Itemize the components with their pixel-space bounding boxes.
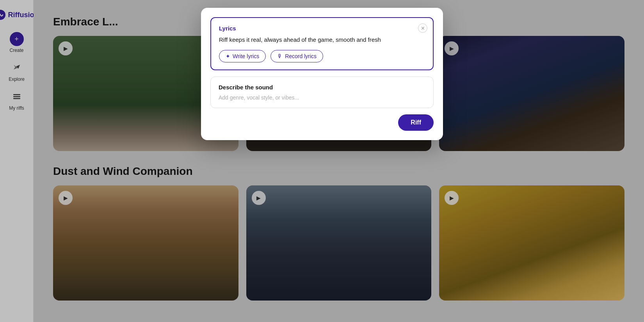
riff-row: Riff — [210, 114, 434, 131]
lyrics-action-buttons: ✦ Write lyrics 🎙 Record lyrics — [219, 50, 425, 62]
modal-overlay: Lyrics Riff keeps it real, always ahead … — [0, 0, 644, 322]
record-lyrics-button[interactable]: 🎙 Record lyrics — [270, 50, 323, 62]
riff-button[interactable]: Riff — [398, 114, 434, 131]
write-lyrics-icon: ✦ — [226, 53, 230, 59]
sound-section: Describe the sound Add genre, vocal styl… — [210, 76, 434, 108]
lyrics-close-button[interactable]: ✕ — [418, 23, 427, 33]
microphone-icon: 🎙 — [277, 53, 283, 59]
lyrics-label: Lyrics — [219, 25, 425, 32]
lyrics-content: Riff keeps it real, always ahead of the … — [219, 36, 425, 44]
record-lyrics-label: Record lyrics — [285, 53, 317, 59]
lyrics-section: Lyrics Riff keeps it real, always ahead … — [210, 17, 434, 70]
write-lyrics-button[interactable]: ✦ Write lyrics — [219, 50, 266, 62]
write-lyrics-label: Write lyrics — [233, 53, 259, 59]
sound-label: Describe the sound — [219, 84, 425, 91]
sound-input-placeholder[interactable]: Add genre, vocal style, or vibes... — [219, 94, 425, 101]
lyrics-modal: Lyrics Riff keeps it real, always ahead … — [201, 8, 443, 140]
